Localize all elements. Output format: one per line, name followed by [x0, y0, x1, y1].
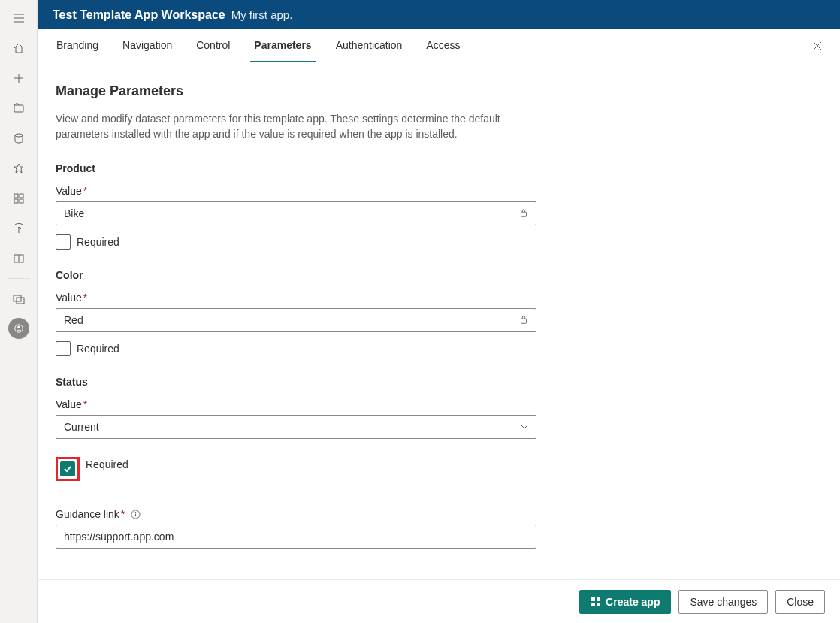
- svg-rect-16: [597, 597, 600, 601]
- param-group-color: Color Value* Required: [56, 269, 822, 356]
- value-label-status: Value*: [56, 398, 822, 410]
- required-label: Required: [77, 236, 119, 248]
- guidance-link-label: Guidance link*: [56, 508, 822, 520]
- content-area: Manage Parameters View and modify datase…: [38, 62, 840, 623]
- required-label: Required: [86, 458, 128, 470]
- tab-parameters[interactable]: Parameters: [250, 29, 315, 62]
- apps-icon[interactable]: [1, 183, 37, 213]
- tab-strip: Branding Navigation Control Parameters A…: [38, 29, 840, 62]
- svg-point-1: [15, 134, 23, 137]
- svg-rect-15: [591, 597, 595, 601]
- add-icon[interactable]: [1, 63, 37, 93]
- footer-bar: Create app Save changes Close: [38, 579, 840, 623]
- svg-point-10: [17, 326, 20, 329]
- param-name-product: Product: [56, 162, 822, 174]
- browse-icon[interactable]: [1, 93, 37, 123]
- lock-icon: [518, 314, 530, 326]
- value-select-status[interactable]: Current: [56, 415, 536, 439]
- svg-rect-18: [597, 603, 600, 606]
- create-app-button[interactable]: Create app: [579, 590, 671, 614]
- required-checkbox-product[interactable]: [56, 234, 71, 250]
- value-label-product: Value*: [56, 185, 822, 197]
- required-checkbox-highlight: [56, 457, 80, 481]
- svg-rect-11: [521, 212, 527, 216]
- hamburger-menu-icon[interactable]: [1, 3, 37, 33]
- deployment-icon[interactable]: [1, 213, 37, 243]
- global-nav-sidebar: [0, 0, 38, 623]
- svg-rect-17: [591, 603, 595, 606]
- workspace-avatar[interactable]: [1, 313, 37, 343]
- tab-control[interactable]: Control: [192, 29, 234, 62]
- svg-rect-3: [20, 194, 23, 198]
- sidebar-separator: [8, 278, 30, 279]
- svg-rect-8: [17, 298, 24, 304]
- tab-access[interactable]: Access: [422, 29, 464, 62]
- metrics-icon[interactable]: [1, 153, 37, 183]
- workspace-title: Test Template App Workspace: [53, 8, 225, 22]
- close-icon[interactable]: [810, 38, 825, 53]
- tab-navigation[interactable]: Navigation: [119, 29, 176, 62]
- required-checkbox-status[interactable]: [60, 461, 75, 476]
- guidance-link-input[interactable]: [56, 525, 536, 549]
- svg-rect-5: [20, 199, 23, 203]
- data-hub-icon[interactable]: [1, 123, 37, 153]
- tab-branding[interactable]: Branding: [53, 29, 102, 62]
- required-checkbox-color[interactable]: [56, 341, 71, 356]
- svg-rect-7: [14, 295, 21, 301]
- guidance-link-group: Guidance link*: [56, 508, 822, 549]
- workspace-header: Test Template App Workspace My first app…: [38, 0, 840, 29]
- workspaces-icon[interactable]: [1, 283, 37, 313]
- svg-rect-12: [521, 319, 527, 323]
- page-description: View and modify dataset parameters for t…: [56, 111, 536, 141]
- lock-icon: [518, 207, 530, 219]
- svg-point-14: [135, 512, 136, 513]
- workspace-subtitle: My first app.: [231, 8, 293, 21]
- param-name-status: Status: [56, 376, 822, 388]
- svg-rect-0: [14, 105, 23, 112]
- svg-rect-4: [14, 199, 18, 203]
- param-group-status: Status Value* Current: [56, 376, 822, 481]
- app-grid-icon: [591, 597, 601, 607]
- home-icon[interactable]: [1, 33, 37, 63]
- tab-authentication[interactable]: Authentication: [332, 29, 406, 62]
- save-changes-button[interactable]: Save changes: [678, 590, 768, 614]
- param-name-color: Color: [56, 269, 822, 281]
- info-icon[interactable]: [131, 510, 141, 520]
- required-label: Required: [77, 343, 119, 355]
- learn-icon[interactable]: [1, 243, 37, 274]
- page-heading: Manage Parameters: [56, 83, 822, 99]
- param-group-product: Product Value* Required: [56, 162, 822, 250]
- value-label-color: Value*: [56, 292, 822, 304]
- svg-rect-2: [14, 194, 18, 198]
- value-input-product[interactable]: [56, 201, 536, 225]
- value-input-color[interactable]: [56, 308, 536, 332]
- close-button[interactable]: Close: [775, 590, 825, 614]
